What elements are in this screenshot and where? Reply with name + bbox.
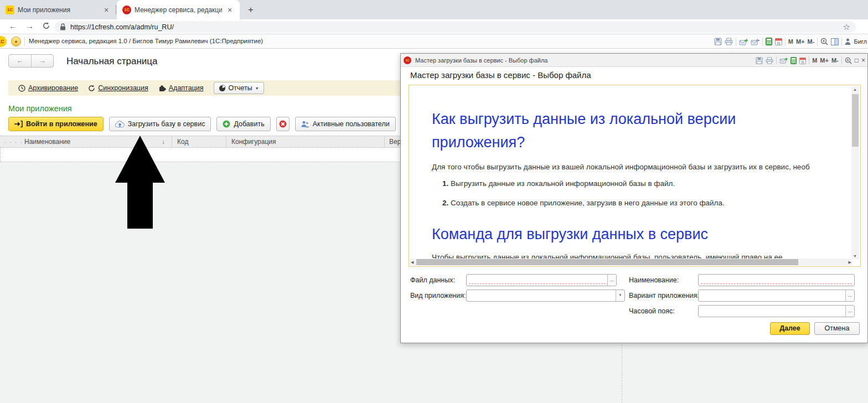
browse-variant-button[interactable]: ...	[845, 290, 854, 301]
next-button[interactable]: Далее	[770, 322, 810, 335]
enter-application-button[interactable]: Войти в приложение	[8, 117, 104, 131]
upload-base-button[interactable]: Загрузить базу в сервис	[109, 117, 211, 131]
mail-send-icon[interactable]	[779, 57, 788, 64]
main-menu-button[interactable]: ▼	[11, 37, 21, 46]
scrollbar-thumb[interactable]	[852, 94, 859, 147]
scrollbar-thumb[interactable]	[416, 259, 798, 265]
command-bar: Войти в приложение Загрузить базу в серв…	[8, 117, 396, 131]
url-text: https://1cfresh.com/a/adm/ru_RU/	[70, 23, 843, 31]
app-kind-select[interactable]: ▼	[466, 290, 625, 302]
plus-circle-icon	[223, 120, 230, 128]
app-title: Менеджер сервиса, редакция 1.0 / Биглов …	[29, 38, 263, 44]
help-document[interactable]: Как выгрузить данные из локальной версии…	[409, 85, 861, 267]
scroll-down-icon[interactable]: ▼	[853, 254, 857, 258]
dialog-title-bar[interactable]: 1С Мастер загрузки базы в сервис - Выбор…	[401, 54, 867, 67]
tab-close-icon[interactable]: ×	[225, 6, 234, 14]
scroll-left-icon[interactable]: ◀	[411, 260, 414, 265]
memory-add-button[interactable]: М+	[820, 57, 829, 64]
data-file-label: Файл данных:	[410, 276, 455, 284]
reload-icon[interactable]	[42, 22, 50, 30]
scroll-up-icon[interactable]: ▲	[853, 87, 857, 91]
variant-input[interactable]: ...	[698, 290, 855, 302]
timezone-input[interactable]: ...	[698, 305, 855, 317]
calendar-icon[interactable]: 31	[775, 38, 782, 45]
column-code[interactable]: Код	[177, 138, 188, 146]
calculator-icon[interactable]	[766, 38, 772, 45]
new-tab-button[interactable]: +	[244, 3, 257, 17]
zoom-icon[interactable]	[820, 38, 828, 45]
scroll-right-icon[interactable]: ▶	[849, 260, 851, 265]
1c-logo: 1С	[0, 36, 7, 47]
page-title: Начальная страница	[66, 56, 158, 67]
required-marker	[701, 283, 852, 284]
cancel-button[interactable]: Отмена	[814, 322, 860, 335]
cloud-upload-icon	[115, 121, 125, 128]
adaptation-label: Адаптация	[169, 84, 204, 92]
dashed-column-line	[622, 344, 622, 403]
history-nav-buttons: ← →	[8, 54, 54, 68]
maximize-icon[interactable]: □	[855, 56, 859, 64]
memory-store-button[interactable]: М	[788, 38, 793, 45]
active-users-button[interactable]: Активные пользователи	[295, 117, 396, 131]
doc-heading-2: Команда для выгрузки данных в сервис	[432, 223, 852, 246]
nav-back-button[interactable]: ←	[9, 55, 32, 67]
address-bar[interactable]: https://1cfresh.com/a/adm/ru_RU/ ☆	[54, 21, 856, 33]
save-icon[interactable]	[756, 57, 763, 64]
memory-store-button[interactable]: М	[812, 57, 817, 64]
adaptation-link[interactable]: Адаптация	[158, 84, 204, 92]
close-icon[interactable]: ×	[861, 56, 865, 64]
dialog-window-title: Мастер загрузки базы в сервис - Выбор фа…	[415, 57, 547, 64]
synchronization-label: Синхронизация	[98, 84, 148, 92]
browse-timezone-button[interactable]: ...	[845, 306, 854, 317]
horizontal-scrollbar[interactable]: ◀ ▶	[410, 259, 852, 266]
app-kind-label: Вид приложения:	[410, 292, 466, 299]
split-window-icon[interactable]	[831, 38, 839, 45]
synchronization-link[interactable]: Синхронизация	[88, 84, 148, 92]
column-configuration[interactable]: Конфигурация	[231, 138, 276, 146]
calendar-icon[interactable]: 31	[799, 57, 806, 64]
doc-list-item: 1. Выгрузить данные из локальной информа…	[442, 179, 675, 188]
tab-close-icon[interactable]: ×	[102, 6, 111, 14]
user-icon[interactable]	[845, 38, 851, 45]
nav-forward-button[interactable]: →	[32, 55, 54, 67]
divider	[24, 37, 25, 46]
name-input[interactable]	[698, 274, 855, 286]
app-toolbar-icons: 31 М М+ М- Бигл	[714, 34, 868, 49]
doc-heading-1: Как выгрузить данные из локальной версии…	[432, 107, 797, 154]
data-file-input[interactable]: ...	[466, 274, 617, 286]
reports-label: Отчеты	[229, 84, 252, 92]
bookmark-star-icon[interactable]: ☆	[843, 22, 850, 32]
calculator-icon[interactable]	[790, 57, 797, 64]
archiving-link[interactable]: Архивирование	[18, 84, 78, 92]
mail-receive-icon[interactable]	[751, 38, 760, 45]
back-icon[interactable]: ←	[9, 21, 17, 30]
doc-paragraph-1: Для того чтобы выгрузить данные из вашей…	[432, 163, 810, 171]
tab-title: Мои приложения	[18, 6, 99, 14]
browser-tab-service-manager[interactable]: 1С Менеджер сервиса, редакция 1 ×	[117, 0, 240, 19]
doc-list-item: 2. Создать в сервисе новое приложение, з…	[442, 199, 725, 207]
red-cross-icon	[279, 120, 287, 128]
memory-add-button[interactable]: М+	[796, 38, 805, 45]
memory-subtract-button[interactable]: М-	[831, 57, 839, 64]
print-icon[interactable]	[725, 38, 733, 45]
add-button[interactable]: Добавить	[216, 117, 270, 131]
save-icon[interactable]	[714, 38, 722, 45]
refresh-icon	[88, 85, 95, 92]
users-icon	[301, 121, 309, 128]
delete-button[interactable]	[276, 117, 290, 131]
print-icon[interactable]	[766, 57, 773, 64]
memory-subtract-button[interactable]: М-	[808, 38, 815, 45]
browse-file-button[interactable]: ...	[607, 275, 616, 286]
current-user-label[interactable]: Бигл	[854, 38, 867, 45]
mail-send-icon[interactable]	[739, 38, 748, 45]
reports-menu-button[interactable]: Отчеты ▼	[214, 82, 264, 94]
vertical-scrollbar[interactable]: ▲ ▼	[851, 86, 859, 259]
enter-application-label: Войти в приложение	[26, 120, 97, 128]
browser-tab-my-apps[interactable]: 1С Мои приложения ×	[0, 0, 116, 19]
column-name[interactable]: Наименование	[24, 138, 70, 146]
timezone-label: Часовой пояс:	[629, 307, 675, 315]
zoom-icon[interactable]	[845, 57, 852, 64]
forward-icon[interactable]: →	[25, 21, 34, 30]
clock-icon	[18, 85, 25, 92]
dropdown-caret-icon[interactable]: ▼	[616, 290, 624, 301]
